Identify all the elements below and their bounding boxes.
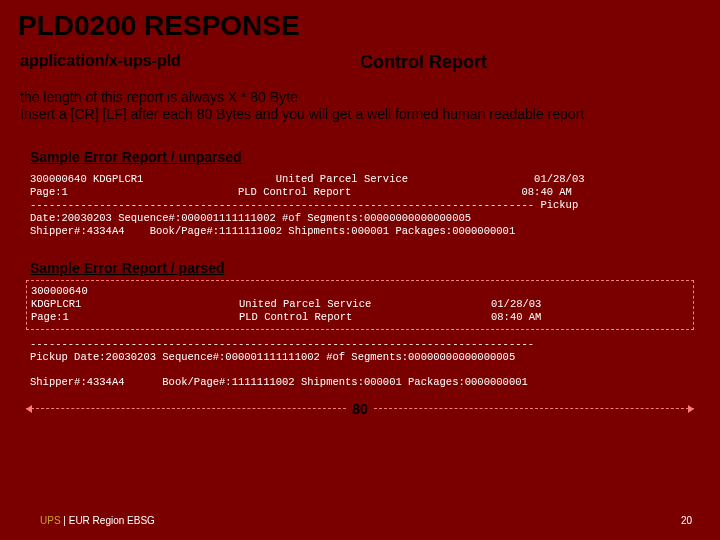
subtitle-row: application/x-ups-pld Control Report [0,48,720,79]
parsed-report-text-2: ----------------------------------------… [30,338,690,364]
arrow-left-icon [26,408,346,409]
footer-left: UPS | EUR Region EBSG [40,515,155,526]
byte-width-indicator: 80 [26,399,694,419]
unparsed-report-box: 300000640 KDGPLCR1 United Parcel Service… [26,169,694,243]
footer-region: EUR Region EBSG [69,515,155,526]
footer: UPS | EUR Region EBSG 20 [0,515,720,526]
footer-sep: | [61,515,69,526]
mime-type-label: application/x-ups-pld [20,52,360,73]
footer-brand: UPS [40,515,61,526]
unparsed-report-text: 300000640 KDGPLCR1 United Parcel Service… [30,173,690,239]
byte-width-value: 80 [346,401,374,417]
arrow-right-icon [374,408,694,409]
section-unparsed-label: Sample Error Report / unparsed [0,131,720,169]
parsed-report-text-1: 300000640 KDGPLCR1 United Parcel Service… [31,285,689,324]
page-title: PLD0200 RESPONSE [0,0,720,48]
parsed-report-text-3: Shipper#:4334A4 Book/Page#:1111111002 Sh… [30,376,690,389]
parsed-report-box-2: ----------------------------------------… [26,334,694,368]
slide: PLD0200 RESPONSE application/x-ups-pld C… [0,0,720,540]
section-parsed-label: Sample Error Report / parsed [0,242,720,280]
intro-line-2: Insert a [CR] [LF] after each 80 Bytes a… [20,106,700,123]
intro-line-1: the length of this report is always X * … [20,89,700,106]
page-number: 20 [681,515,692,526]
parsed-report-box-1: 300000640 KDGPLCR1 United Parcel Service… [26,280,694,329]
report-type-label: Control Report [360,52,487,73]
parsed-report-box-3: Shipper#:4334A4 Book/Page#:1111111002 Sh… [26,372,694,393]
intro-text: the length of this report is always X * … [0,79,720,131]
